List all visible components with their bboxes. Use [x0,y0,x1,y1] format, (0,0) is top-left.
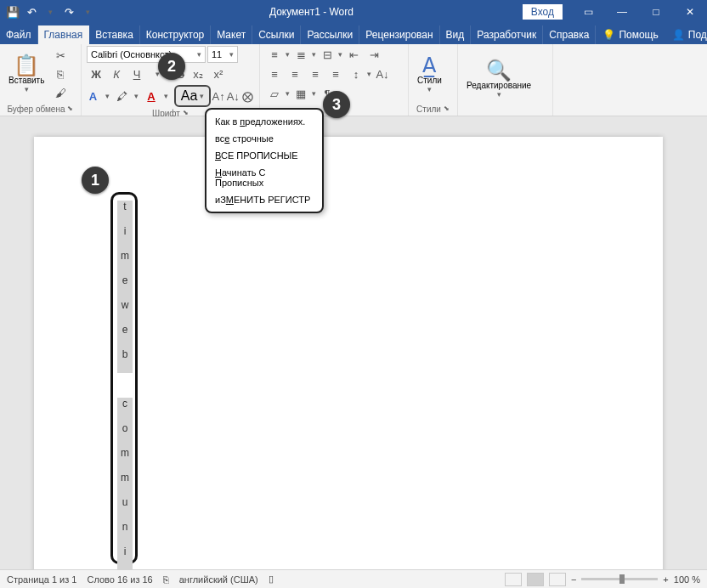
tab-mailings[interactable]: Рассылки [301,25,359,44]
ribbon-tabs: Файл Главная Вставка Конструктор Макет С… [0,24,707,44]
font-size-select[interactable]: 11▾ [207,46,238,63]
zoom-out-button[interactable]: − [571,574,576,585]
sort-button[interactable]: A↓ [373,65,392,82]
case-upper[interactable]: ВСЕ ПРОПИСНЫЕ [206,147,322,164]
maximize-button[interactable]: □ [639,0,673,24]
macro-icon[interactable]: ▯ [269,574,274,585]
shading-menu[interactable]: ▾ [286,89,290,98]
multilevel-button[interactable]: ⊟ [318,46,337,63]
italic-button[interactable]: К [107,65,126,82]
borders-menu[interactable]: ▾ [312,89,316,98]
align-left-button[interactable]: ≡ [265,65,284,82]
case-capitalize[interactable]: Начинать С Прописных [206,164,322,191]
tab-review[interactable]: Рецензирован [359,25,439,44]
font-color-menu[interactable]: ▾ [160,88,173,105]
bold-button[interactable]: Ж [87,65,105,82]
shrink-font-button[interactable]: A↓ [227,88,240,105]
window-title: Документ1 - Word [100,6,523,18]
spellcheck-icon[interactable]: ⎘ [163,574,169,585]
tab-developer[interactable]: Разработчик [471,25,543,44]
styles-button[interactable]: A̲Стили▾ [414,46,445,103]
zoom-in-button[interactable]: + [663,574,668,585]
clipboard-launcher-icon[interactable]: ⬊ [67,105,73,114]
case-toggle[interactable]: иЗМЕНИТЬ РЕГИСТР [206,191,322,208]
tab-design[interactable]: Конструктор [140,25,211,44]
text-effects-button[interactable]: A [87,88,99,105]
vertical-text[interactable]: timewebcommunit [117,201,133,588]
line-spacing-button[interactable]: ↕ [347,65,365,82]
grow-font-button[interactable]: A↑ [212,88,225,105]
status-page[interactable]: Страница 1 из 1 [7,574,76,585]
minimize-button[interactable]: — [605,0,639,24]
group-editing: 🔍Редактирование▾ [458,44,553,116]
view-read-button[interactable] [505,573,522,586]
tell-me-button[interactable]: 💡Помощь [596,25,665,44]
styles-icon: A̲ [422,55,436,76]
view-print-button[interactable] [527,573,544,586]
align-right-button[interactable]: ≡ [306,65,325,82]
numbering-button[interactable]: ≣ [291,46,310,63]
undo-icon[interactable]: ↶ [24,4,39,20]
tab-references[interactable]: Ссылки [252,25,301,44]
justify-button[interactable]: ≡ [326,65,345,82]
tab-home[interactable]: Главная [38,25,90,44]
text-effects-menu[interactable]: ▾ [101,88,114,105]
styles-launcher-icon[interactable]: ⬊ [444,105,450,114]
align-center-button[interactable]: ≡ [286,65,304,82]
status-bar: Страница 1 из 1 Слово 16 из 16 ⎘ английс… [0,569,707,588]
cut-icon[interactable]: ✂ [51,48,70,65]
tab-insert[interactable]: Вставка [89,25,140,44]
shading-button[interactable]: ▱ [265,85,284,102]
copy-icon[interactable]: ⎘ [51,66,70,83]
close-button[interactable]: ✕ [673,0,707,24]
bullets-menu[interactable]: ▾ [286,50,290,59]
zoom-level[interactable]: 100 % [674,574,700,585]
share-icon: 👤 [672,29,685,41]
numbering-menu[interactable]: ▾ [312,50,316,59]
clear-format-button[interactable]: ⨂ [241,88,254,105]
paste-button[interactable]: 📋Вставить▾ [5,46,48,103]
case-lower[interactable]: все строчные [206,130,322,147]
font-name-select[interactable]: Calibri (Основнкст)▾ [87,46,206,63]
underline-button[interactable]: Ч [127,65,146,82]
borders-button[interactable]: ▦ [291,85,310,102]
redo-icon[interactable]: ↷ [61,4,76,20]
font-color-button[interactable]: A [145,88,158,105]
ribbon-options-icon[interactable]: ▭ [571,0,605,24]
indent-dec-button[interactable]: ⇤ [344,46,363,63]
view-web-button[interactable] [549,573,566,586]
tab-help[interactable]: Справка [543,25,596,44]
format-painter-icon[interactable]: 🖌 [51,85,70,102]
bullets-button[interactable]: ≡ [265,46,284,63]
subscript-button[interactable]: x₂ [189,65,207,82]
zoom-slider[interactable] [581,578,658,580]
save-icon[interactable]: 💾 [5,4,20,20]
highlight-button[interactable]: 🖍 [116,88,128,105]
window-controls: ▭ — □ ✕ [571,0,707,24]
share-button[interactable]: 👤Поделиться [665,25,707,44]
selected-text-box: timewebcommunit [110,192,138,564]
tab-layout[interactable]: Макет [211,25,252,44]
highlight-menu[interactable]: ▾ [130,88,143,105]
case-sentence[interactable]: Как в предложениях. [206,113,322,130]
tab-file[interactable]: Файл [0,25,38,44]
qat-customize-icon[interactable]: ▾ [80,4,95,20]
change-case-button[interactable]: Аа▾ [174,85,211,107]
undo-menu-icon[interactable]: ▾ [42,4,58,20]
clipboard-icon: 📋 [14,55,39,76]
editing-button[interactable]: 🔍Редактирование▾ [463,46,534,112]
zoom-thumb[interactable] [619,574,625,584]
line-spacing-menu[interactable]: ▾ [367,70,371,78]
group-styles: A̲Стили▾ Стили⬊ [409,44,458,116]
status-language[interactable]: английский (США) [179,574,258,585]
ribbon: 📋Вставить▾ ✂ ⎘ 🖌 Буфер обмена⬊ Calibri (… [0,44,707,116]
tab-view[interactable]: Вид [440,25,472,44]
indent-inc-button[interactable]: ⇥ [365,46,383,63]
lightbulb-icon: 💡 [602,29,615,41]
status-words[interactable]: Слово 16 из 16 [87,574,152,585]
superscript-button[interactable]: x² [209,65,228,82]
group-clipboard: 📋Вставить▾ ✂ ⎘ 🖌 Буфер обмена⬊ [0,44,82,116]
step-badge-2: 2 [158,53,185,80]
login-button[interactable]: Вход [523,4,563,20]
multilevel-menu[interactable]: ▾ [338,50,342,59]
